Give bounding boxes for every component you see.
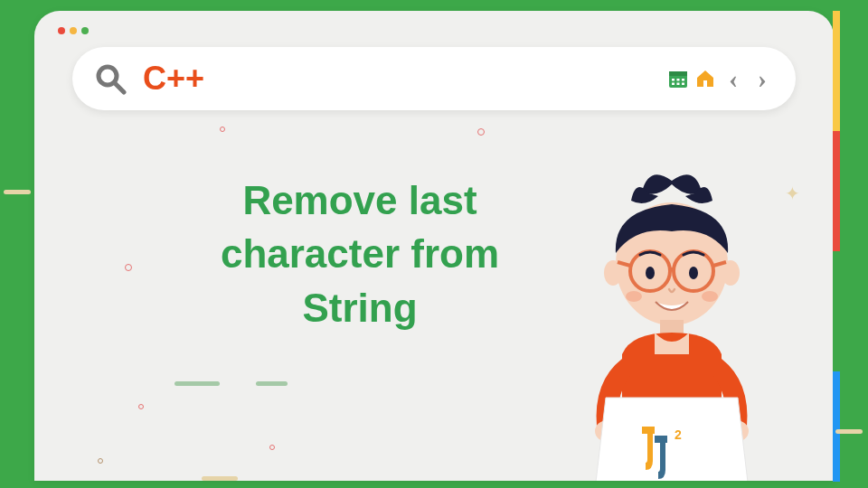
home-icon[interactable] [694, 68, 716, 89]
decorative-bar [256, 381, 288, 386]
window-controls [58, 27, 89, 34]
calendar-icon[interactable] [667, 68, 689, 89]
decorative-bar [835, 429, 863, 434]
decorative-circle [98, 458, 103, 464]
search-query: C++ [143, 60, 667, 98]
svg-text:2: 2 [675, 427, 682, 442]
edge-stripe [833, 371, 840, 482]
decorative-star: ✦ [785, 183, 800, 204]
svg-point-21 [702, 291, 718, 302]
svg-rect-5 [677, 79, 680, 81]
decorative-circle [125, 264, 132, 271]
svg-rect-26 [655, 436, 667, 443]
decorative-bar [202, 476, 238, 481]
decorative-bar [4, 190, 31, 194]
close-dot[interactable] [58, 27, 65, 34]
svg-point-19 [689, 267, 698, 279]
svg-line-1 [115, 83, 124, 92]
svg-rect-4 [672, 79, 675, 81]
search-icon [94, 62, 127, 95]
page-title: Remove last character from String [161, 174, 559, 334]
decorative-circle [220, 127, 225, 132]
svg-rect-6 [682, 79, 684, 81]
edge-stripe [833, 131, 840, 251]
svg-rect-7 [672, 83, 675, 86]
svg-rect-9 [682, 83, 684, 86]
browser-card: C++ ‹ › Remove last character from Strin… [34, 11, 834, 481]
svg-point-20 [626, 291, 642, 302]
edge-stripe [833, 251, 840, 371]
character-illustration: 2 [541, 174, 803, 481]
edge-stripe [833, 11, 840, 131]
nav-icons: ‹ › [667, 67, 774, 90]
minimize-dot[interactable] [70, 27, 77, 34]
decorative-circle [138, 404, 144, 409]
nav-back-icon[interactable]: ‹ [722, 67, 745, 90]
decorative-circle [477, 128, 485, 136]
zoom-dot[interactable] [81, 27, 89, 34]
svg-point-18 [646, 267, 655, 279]
svg-rect-25 [642, 427, 655, 434]
svg-rect-3 [669, 71, 687, 76]
nav-forward-icon[interactable]: › [750, 67, 774, 90]
search-bar[interactable]: C++ ‹ › [72, 47, 796, 110]
decorative-circle [269, 445, 275, 450]
decorative-bar [175, 381, 220, 386]
svg-rect-8 [677, 83, 680, 86]
